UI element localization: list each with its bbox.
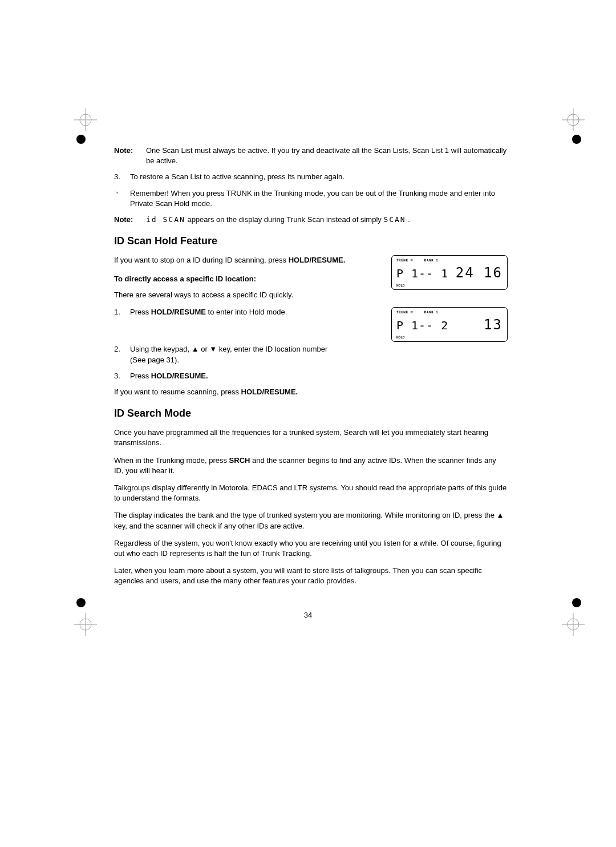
row-with-display: If you want to stop on a ID during ID sc…: [114, 255, 508, 342]
registration-dot: [76, 135, 86, 144]
paragraph: Regardless of the system, you won't know…: [114, 538, 508, 559]
paragraph: There are several ways to access a speci…: [114, 290, 380, 300]
list-text: Using the keypad, ▲ or ▼ key, enter the …: [130, 344, 341, 365]
lcd-main-left: P 1-- 1: [396, 265, 448, 281]
lcd-top-row: TRUNK MBANK 1: [396, 310, 502, 314]
note-mid: appears on the display during Trunk Scan…: [185, 215, 384, 224]
list-item: 2. Using the keypad, ▲ or ▼ key, enter t…: [114, 344, 508, 365]
remember-block: ☞ Remember! When you press TRUNK in the …: [114, 188, 508, 209]
segment-text: SCAN: [383, 215, 406, 224]
note-text: One Scan List must always be active. If …: [146, 146, 508, 166]
lcd-main-right: 24 16: [456, 264, 502, 283]
lcd-display: TRUNK MBANK 1 P 1-- 1 24 16 HOLD: [391, 255, 508, 290]
crop-mark-tr: [562, 108, 585, 131]
lcd-bottom: HOLD: [396, 283, 404, 288]
list-item: 3. To restore a Scan List to active scan…: [114, 172, 508, 182]
lcd-display: TRUNK MBANK 1 P 1-- 2 13 HOLD: [391, 307, 508, 342]
list-text: Press HOLD/RESUME.: [130, 371, 508, 381]
lcd-main-right: 13: [484, 316, 502, 335]
registration-dot: [76, 598, 86, 607]
list-item: 3. Press HOLD/RESUME.: [114, 371, 508, 381]
section-heading: ID Search Mode: [114, 406, 508, 421]
note-label: Note:: [114, 215, 146, 225]
list-number: 3.: [114, 371, 130, 381]
sub-heading: To directly access a specific ID locatio…: [114, 274, 380, 284]
note-text: id SCAN appears on the display during Tr…: [146, 215, 508, 225]
paragraph: Once you have programmed all the frequen…: [114, 427, 508, 448]
paragraph: Talkgroups display differently in Motoro…: [114, 483, 508, 503]
note-label: Note:: [114, 146, 146, 166]
paragraph: When in the Trunking mode, press SRCH an…: [114, 455, 508, 476]
lcd-bottom: HOLD: [396, 335, 404, 340]
list-text: To restore a Scan List to active scannin…: [130, 172, 508, 182]
paragraph: Later, when you learn more about a syste…: [114, 566, 508, 586]
crop-mark-tl: [74, 108, 97, 131]
note-end: .: [406, 215, 410, 224]
list-item: 1. Press HOLD/RESUME to enter into Hold …: [114, 307, 380, 317]
list-number: 1.: [114, 307, 130, 317]
note-block: Note: id SCAN appears on the display dur…: [114, 215, 508, 225]
registration-dot: [572, 135, 581, 144]
paragraph: If you want to resume scanning, press HO…: [114, 387, 508, 397]
segment-text: id SCAN: [146, 215, 185, 224]
list-text: Press HOLD/RESUME to enter into Hold mod…: [130, 307, 380, 317]
page-content: Note: One Scan List must always be activ…: [114, 146, 508, 594]
note-block: Note: One Scan List must always be activ…: [114, 146, 508, 166]
page-number: 34: [0, 611, 616, 619]
section-heading: ID Scan Hold Feature: [114, 234, 508, 248]
paragraph: If you want to stop on a ID during ID sc…: [114, 255, 380, 265]
registration-dot: [572, 598, 581, 607]
list-number: 2.: [114, 344, 130, 365]
lcd-top-row: TRUNK MBANK 1: [396, 258, 502, 263]
paragraph: The display indicates the bank and the t…: [114, 510, 508, 531]
pointer-icon: ☞: [114, 188, 130, 209]
remember-text: Remember! When you press TRUNK in the Tr…: [130, 188, 508, 209]
lcd-main-left: P 1-- 2: [396, 317, 448, 333]
list-number: 3.: [114, 172, 130, 182]
